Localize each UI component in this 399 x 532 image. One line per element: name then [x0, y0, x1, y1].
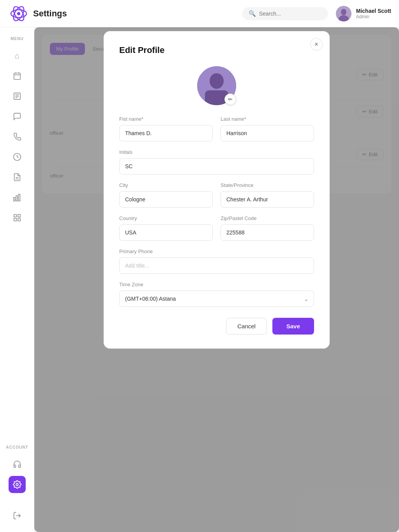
svg-rect-23	[14, 218, 16, 221]
sidebar-item-contacts[interactable]	[9, 88, 26, 105]
timezone-select-wrap: (GMT+06:00) Astana UTC (GMT-05:00) Easte…	[119, 291, 314, 307]
timezone-label: Time Zone	[119, 282, 314, 287]
svg-point-5	[341, 9, 346, 15]
timezone-select[interactable]: (GMT+06:00) Astana UTC (GMT-05:00) Easte…	[119, 291, 314, 307]
logo	[8, 3, 29, 24]
name-row: Fist name* Last name*	[119, 116, 314, 141]
state-group: State/Province	[221, 182, 314, 208]
edit-profile-modal: Edit Profile × ✏ Fist name*	[104, 31, 330, 349]
modal-title: Edit Profile	[119, 45, 314, 55]
timezone-group: Time Zone (GMT+06:00) Astana UTC (GMT-05…	[119, 282, 314, 307]
city-group: City	[119, 182, 213, 208]
initials-input[interactable]	[119, 158, 314, 174]
avatar-edit-button[interactable]: ✏	[224, 93, 236, 105]
user-info: Michael Scott Admin	[336, 6, 391, 21]
user-details: Michael Scott Admin	[356, 8, 391, 19]
svg-rect-20	[19, 194, 20, 201]
last-name-input[interactable]	[221, 125, 314, 141]
initials-label: Initals	[119, 149, 314, 155]
phone-input[interactable]	[119, 257, 314, 274]
avatar	[336, 6, 351, 21]
main-content: My Profile Security Team Team Notificati…	[34, 27, 399, 532]
avatar-edit-icon: ✏	[228, 96, 233, 102]
user-name: Michael Scott	[356, 8, 391, 14]
state-label: State/Province	[221, 182, 314, 188]
country-label: Country	[119, 215, 213, 221]
country-zip-row: Country Zip/Pastel Code	[119, 215, 314, 241]
page-title: Settings	[33, 9, 242, 19]
svg-point-28	[210, 73, 224, 89]
first-name-input[interactable]	[119, 125, 213, 141]
country-group: Country	[119, 215, 213, 241]
city-label: City	[119, 182, 213, 188]
initials-group: Initals	[119, 149, 314, 174]
svg-rect-7	[14, 73, 21, 80]
sidebar-item-clock[interactable]	[9, 148, 26, 166]
country-input[interactable]	[119, 224, 213, 241]
initials-row: Initals	[119, 149, 314, 174]
search-bar[interactable]: 🔍	[242, 7, 328, 20]
city-input[interactable]	[119, 191, 213, 208]
sidebar-item-headset[interactable]	[9, 456, 26, 473]
user-role: Admin	[356, 14, 391, 19]
svg-rect-24	[18, 218, 20, 221]
zip-label: Zip/Pastel Code	[221, 215, 314, 221]
svg-point-25	[16, 483, 18, 486]
svg-rect-19	[16, 196, 18, 201]
timezone-row: Time Zone (GMT+06:00) Astana UTC (GMT-05…	[119, 282, 314, 307]
sidebar: MENU ⌂ ACCOUNT	[0, 27, 34, 532]
sidebar-item-template[interactable]	[9, 209, 26, 226]
zip-group: Zip/Pastel Code	[221, 215, 314, 241]
account-label: ACCOUNT	[6, 445, 28, 449]
search-icon: 🔍	[249, 10, 256, 17]
sidebar-item-logout[interactable]	[9, 507, 26, 524]
sidebar-item-settings[interactable]	[9, 476, 26, 493]
last-name-group: Last name*	[221, 116, 314, 141]
first-name-group: Fist name*	[119, 116, 213, 141]
phone-group: Primary Phone	[119, 248, 314, 274]
city-state-row: City State/Province	[119, 182, 314, 208]
topbar: Settings 🔍 Michael Scott Admin	[0, 0, 399, 27]
zip-input[interactable]	[221, 224, 314, 241]
menu-label: MENU	[11, 37, 23, 41]
state-input[interactable]	[221, 191, 314, 208]
svg-rect-22	[18, 215, 20, 217]
cancel-button[interactable]: Cancel	[226, 318, 267, 335]
svg-point-3	[17, 12, 20, 15]
modal-buttons: Cancel Save	[119, 318, 314, 335]
first-name-label: Fist name*	[119, 116, 213, 122]
sidebar-item-calendar[interactable]	[9, 67, 26, 85]
svg-rect-18	[14, 197, 15, 201]
save-button[interactable]: Save	[272, 318, 314, 335]
sidebar-item-chat[interactable]	[9, 108, 26, 125]
svg-rect-21	[14, 215, 16, 217]
modal-overlay: Edit Profile × ✏ Fist name*	[34, 27, 399, 532]
sidebar-item-home[interactable]: ⌂	[9, 47, 26, 64]
sidebar-item-chart[interactable]	[9, 189, 26, 206]
avatar-section: ✏	[197, 66, 236, 105]
phone-row: Primary Phone	[119, 248, 314, 274]
phone-label: Primary Phone	[119, 248, 314, 254]
last-name-label: Last name*	[221, 116, 314, 122]
search-input[interactable]	[259, 11, 321, 17]
sidebar-item-phone[interactable]	[9, 128, 26, 145]
modal-close-button[interactable]: ×	[310, 38, 323, 51]
sidebar-item-report[interactable]	[9, 169, 26, 186]
